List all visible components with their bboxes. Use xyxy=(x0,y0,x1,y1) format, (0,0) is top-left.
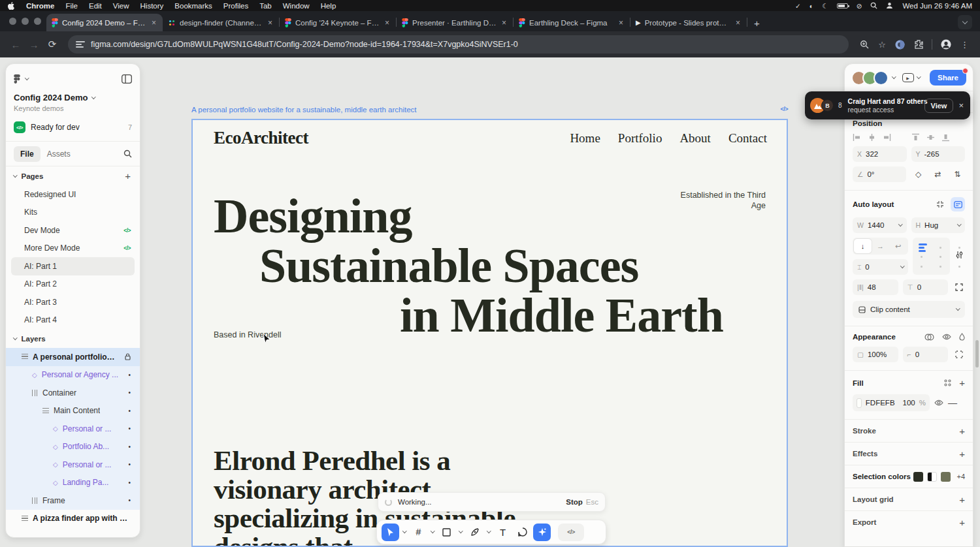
browser-tab-3[interactable]: Config '24 Keynote – Figma × xyxy=(280,14,396,31)
flip-vertical-icon[interactable]: ⇅ xyxy=(950,166,965,182)
blend-mode-icon[interactable] xyxy=(924,334,934,341)
file-name[interactable]: Config 2024 Demo xyxy=(14,93,88,102)
tab-close-icon[interactable]: × xyxy=(617,18,625,27)
styles-grid-icon[interactable] xyxy=(944,379,951,386)
remove-fill-icon[interactable]: — xyxy=(948,398,957,408)
align-center-horizontal-icon[interactable] xyxy=(868,133,876,142)
battery-icon[interactable] xyxy=(837,3,848,8)
present-chevron-icon[interactable] xyxy=(917,74,921,78)
zoom-page-icon[interactable] xyxy=(860,40,869,49)
present-button[interactable]: ▶ xyxy=(902,73,921,82)
browser-tab-1[interactable]: Config 2024 Demo – Figma × xyxy=(46,14,163,31)
back-icon[interactable]: ← xyxy=(7,39,25,50)
reload-icon[interactable]: ⟳ xyxy=(43,39,61,50)
droplet-icon[interactable] xyxy=(959,333,965,341)
frame-dev-badge-icon[interactable]: </> xyxy=(780,106,788,114)
add-page-icon[interactable]: + xyxy=(125,170,131,181)
shape-tool-chevron-icon[interactable] xyxy=(457,531,464,533)
sidebar-page-ai-part-4[interactable]: AI: Part 4 xyxy=(6,311,140,330)
expand-icon[interactable] xyxy=(953,347,965,362)
add-stroke-icon[interactable]: + xyxy=(959,426,965,437)
layer-pizza-finder-frame[interactable]: A pizza finder app with a map and... xyxy=(6,510,140,528)
canvas-scrollbar[interactable] xyxy=(975,340,979,367)
menu-bookmarks[interactable]: Bookmarks xyxy=(174,2,212,10)
layer-component-portfolio[interactable]: ◇ Portfolio Ab...• xyxy=(6,438,140,456)
direction-wrap-icon[interactable]: ↩ xyxy=(889,239,907,253)
browser-tab-2[interactable]: design-finder (Channel) - Ub × xyxy=(163,14,279,31)
display-status-icon[interactable]: ◐ xyxy=(809,2,813,10)
browser-tab-4[interactable]: Presenter · Earthling Deck - F × xyxy=(397,14,513,31)
network-off-icon[interactable]: ⊘ xyxy=(857,2,862,10)
width-input[interactable]: W1440 xyxy=(853,217,907,233)
fill-visibility-eye-icon[interactable] xyxy=(934,399,943,406)
address-bar[interactable]: figma.com/design/G7LdOm8WULPqWSN1G48utT/… xyxy=(68,35,849,54)
layout-direction-segmented[interactable]: ↓ → ↩ xyxy=(853,238,908,255)
pen-tool[interactable] xyxy=(466,524,483,541)
shape-tool[interactable] xyxy=(438,524,455,541)
fill-color-row[interactable]: FDFEFB 100 % xyxy=(853,394,930,411)
ai-actions-tool[interactable] xyxy=(533,524,551,541)
window-traffic-lights[interactable] xyxy=(5,11,46,31)
x-position-input[interactable]: X322 xyxy=(853,146,907,162)
share-button[interactable]: Share xyxy=(930,70,966,86)
view-request-button[interactable]: View xyxy=(924,99,954,113)
user-menu-icon[interactable] xyxy=(886,2,893,9)
frame-tool[interactable]: # xyxy=(410,524,427,541)
tab-assets[interactable]: Assets xyxy=(41,146,77,162)
new-tab-button[interactable]: + xyxy=(747,18,766,31)
align-right-icon[interactable] xyxy=(883,133,891,142)
layer-component-personal-2[interactable]: ◇ Personal or ...• xyxy=(6,456,140,474)
sidebar-page-redesigned-ui[interactable]: Redesigned UI xyxy=(6,185,140,204)
alignment-grid[interactable] xyxy=(913,238,950,275)
menu-bar-clock[interactable]: Wed Jun 26 9:46 AM xyxy=(902,2,972,10)
project-name[interactable]: Keynote demos xyxy=(14,104,132,112)
menu-view[interactable]: View xyxy=(113,2,129,10)
browser-menu-icon[interactable]: ⋮ xyxy=(960,40,969,50)
browser-tab-5[interactable]: Earthling Deck – Figma × xyxy=(514,14,630,31)
tab-close-icon[interactable]: × xyxy=(267,18,274,27)
sidebar-page-kits[interactable]: Kits xyxy=(6,204,140,222)
shortcut-status-icon[interactable]: ✓ xyxy=(795,2,801,10)
search-icon[interactable] xyxy=(123,149,132,158)
corner-pivot-icon[interactable]: ◇ xyxy=(911,166,926,182)
extension-avatar-icon[interactable] xyxy=(895,40,905,50)
layer-portfolio-frame[interactable]: A personal portfolio web... xyxy=(6,348,140,366)
sidebar-page-more-dev-mode[interactable]: More Dev Mode</> xyxy=(6,240,140,258)
file-name-chevron-icon[interactable] xyxy=(91,95,95,99)
vertical-padding-input[interactable]: ⊤0 xyxy=(903,279,949,295)
align-center-vertical-icon[interactable] xyxy=(926,133,935,142)
text-tool[interactable]: T xyxy=(494,524,512,541)
add-export-icon[interactable]: + xyxy=(959,517,965,528)
frame-tool-chevron-icon[interactable] xyxy=(429,531,436,533)
focus-moon-icon[interactable]: ☾ xyxy=(822,2,828,10)
gap-input[interactable]: ⌶0 xyxy=(853,259,908,275)
corner-radius-input[interactable]: ⌐0 xyxy=(903,347,949,362)
browser-tab-6[interactable]: ▶ Prototype - Slides prototype × xyxy=(630,14,747,31)
sidebar-page-ai-part-3[interactable]: AI: Part 3 xyxy=(6,293,140,311)
tab-close-icon[interactable]: × xyxy=(734,18,742,27)
layer-component-personal-or-agency[interactable]: ◇ Personal or Agency ...• xyxy=(6,366,140,384)
menu-profiles[interactable]: Profiles xyxy=(223,2,248,10)
add-layout-grid-icon[interactable]: + xyxy=(959,494,965,505)
tab-close-icon[interactable]: × xyxy=(500,18,508,27)
extensions-puzzle-icon[interactable] xyxy=(914,40,923,49)
color-swatch[interactable] xyxy=(927,472,937,482)
layers-section-header[interactable]: Layers xyxy=(6,329,140,348)
dev-mode-toggle[interactable]: </> xyxy=(558,524,584,541)
tab-close-icon[interactable]: × xyxy=(384,18,391,27)
visibility-eye-icon[interactable] xyxy=(942,334,951,340)
pen-tool-chevron-icon[interactable] xyxy=(485,531,492,533)
spacing-settings-icon[interactable] xyxy=(955,247,965,262)
color-swatch[interactable] xyxy=(913,472,923,482)
align-left-icon[interactable] xyxy=(853,133,861,142)
align-top-icon[interactable] xyxy=(911,133,920,142)
dismiss-toast-icon[interactable]: × xyxy=(958,101,964,110)
avatar[interactable] xyxy=(874,70,889,86)
apple-menu-icon[interactable] xyxy=(8,2,15,10)
main-menu-chevron-icon[interactable] xyxy=(25,76,29,80)
collapse-panel-icon[interactable] xyxy=(122,74,132,84)
menu-file[interactable]: File xyxy=(65,2,78,10)
more-colors-count[interactable]: +4 xyxy=(956,473,965,480)
sidebar-page-ai-part-2[interactable]: AI: Part 2 xyxy=(6,275,140,294)
sidebar-page-ai-part-1[interactable]: AI: Part 1 xyxy=(11,257,135,275)
